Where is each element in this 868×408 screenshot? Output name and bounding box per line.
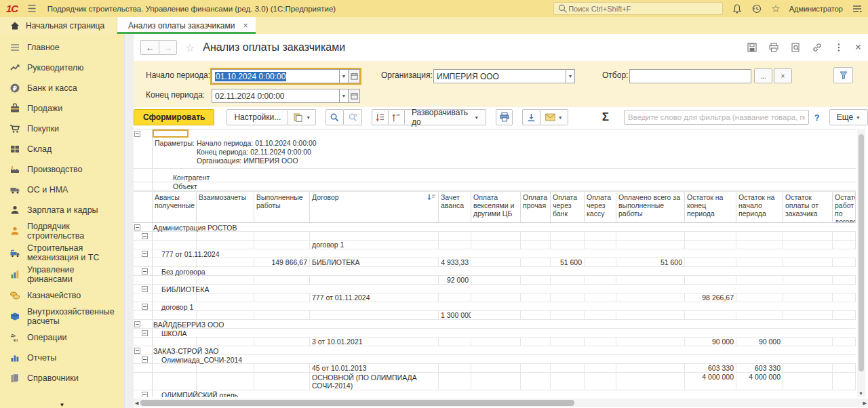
tab-home[interactable]: Начальная страница — [0, 17, 117, 34]
report-variants-button[interactable]: ▼ — [288, 109, 316, 125]
tree-collapse-icon[interactable] — [142, 233, 148, 239]
tree-collapse-icon[interactable] — [134, 321, 140, 327]
cell[interactable] — [310, 311, 439, 319]
cell[interactable] — [197, 258, 254, 266]
cell[interactable] — [736, 276, 783, 284]
global-search-input[interactable] — [568, 5, 714, 13]
cell[interactable] — [521, 311, 551, 319]
cell[interactable] — [783, 241, 833, 249]
cell[interactable]: 3 от 10.01.2021 — [310, 338, 439, 346]
group-row[interactable]: 777 от 01.11.2024 — [134, 249, 856, 258]
nav-back-button[interactable]: ← — [140, 40, 159, 55]
cell[interactable] — [197, 241, 254, 249]
column-header-4[interactable]: Договор — [310, 192, 439, 222]
sidebar-item-11[interactable]: Строительная механизация и ТС — [0, 242, 124, 264]
cell[interactable] — [471, 258, 521, 266]
organization-value[interactable]: ИМПЕРИЯ ООО — [437, 72, 499, 81]
selection-clear-button[interactable]: × — [774, 68, 792, 83]
cell[interactable] — [521, 232, 551, 240]
cell[interactable] — [585, 373, 616, 390]
send-email-button[interactable]: ▼ — [540, 109, 568, 125]
cell[interactable] — [736, 311, 783, 319]
cell[interactable] — [471, 311, 521, 319]
group-row[interactable]: Администрация РОСТОВ — [134, 223, 856, 232]
cell[interactable] — [736, 258, 783, 266]
column-header-11[interactable]: Остаток на конец периода — [685, 192, 736, 222]
print-icon[interactable] — [768, 42, 779, 53]
selection-field[interactable] — [629, 69, 751, 83]
group-row[interactable]: ОЛИМПИЙСКИЙ отель — [134, 390, 856, 397]
cell[interactable] — [685, 311, 736, 319]
close-window-icon[interactable]: × — [855, 41, 861, 54]
cell[interactable] — [833, 338, 856, 346]
cell[interactable] — [551, 311, 585, 319]
end-period-dropdown-icon[interactable]: ▼ — [339, 89, 349, 103]
horizontal-scrollbar[interactable]: ◀ ▶ — [134, 399, 868, 407]
column-header-10[interactable]: Оплачено всего за выполненные работы — [616, 192, 685, 222]
cell[interactable] — [783, 232, 833, 240]
save-icon[interactable] — [747, 42, 757, 53]
organization-field[interactable]: ИМПЕРИЯ ООО ▼ — [433, 69, 575, 83]
cell[interactable] — [685, 258, 736, 266]
cell[interactable] — [616, 241, 685, 249]
end-period-calendar-icon[interactable] — [349, 89, 360, 103]
column-header-14[interactable]: Остаток работ по договору — [833, 192, 856, 222]
cell[interactable] — [439, 338, 471, 346]
cell[interactable] — [616, 276, 685, 284]
cell[interactable] — [254, 311, 310, 319]
data-row[interactable] — [134, 232, 856, 241]
cell[interactable] — [833, 241, 856, 249]
cell[interactable] — [521, 373, 551, 390]
cell[interactable] — [685, 232, 736, 240]
tree-collapse-icon[interactable] — [134, 348, 140, 354]
print-button[interactable] — [496, 109, 513, 125]
data-row[interactable]: 149 866,67БИБЛИОТЕКА4 933,3351 60051 600 — [134, 258, 856, 267]
cell[interactable] — [254, 338, 310, 346]
data-row[interactable]: 92 000 — [134, 276, 856, 285]
sidebar-item-8[interactable]: ОС и НМА — [0, 180, 124, 200]
vertical-scrollbar[interactable]: ▼ — [857, 129, 865, 397]
sidebar-item-5[interactable]: Покупки — [0, 119, 124, 139]
group-row[interactable]: Без договора — [134, 267, 856, 276]
cell[interactable] — [197, 364, 254, 372]
group-row[interactable]: ВАЙЛДБЕРРИЗ ООО — [134, 320, 856, 329]
cell[interactable] — [521, 364, 551, 372]
column-header-8[interactable]: Оплата через банк — [551, 192, 585, 222]
cell[interactable] — [736, 293, 783, 302]
group-row[interactable]: ЗАКАЗ-СТРОЙ ЗАО — [134, 346, 856, 355]
sidebar-item-1[interactable]: Главное — [0, 37, 124, 58]
cell[interactable] — [521, 293, 551, 302]
cell[interactable] — [310, 276, 439, 284]
cell[interactable] — [616, 338, 685, 346]
cell[interactable]: ОСНОВНОЙ (ПО ОЛИМПИАДА СОЧИ-2014) — [310, 373, 439, 390]
cell[interactable] — [616, 373, 685, 390]
tab-analysis[interactable]: Анализ оплаты заказчиками × — [117, 17, 256, 34]
cell[interactable]: 98 266,67 — [685, 293, 736, 302]
cell[interactable] — [551, 232, 585, 240]
cell[interactable] — [254, 241, 310, 249]
data-row[interactable]: ОСНОВНОЙ (ПО ОЛИМПИАДА СОЧИ-2014)4 000 0… — [134, 373, 856, 390]
start-period-value[interactable]: 01.10.2024 0:00:00 — [215, 72, 286, 81]
sidebar-item-2[interactable]: Руководителю — [0, 58, 124, 78]
tree-collapse-icon[interactable] — [134, 224, 140, 230]
sidebar-item-7[interactable]: Производство — [0, 159, 124, 180]
column-header-5[interactable]: Зачет аванса — [439, 192, 471, 222]
cell[interactable]: БИБЛИОТЕКА — [310, 258, 439, 266]
tree-collapse-icon[interactable] — [142, 392, 148, 397]
cell[interactable] — [471, 241, 521, 249]
cell[interactable] — [585, 258, 616, 266]
cell[interactable] — [833, 258, 856, 266]
cell[interactable] — [783, 338, 833, 346]
tab-close-icon[interactable]: × — [243, 21, 248, 30]
data-row[interactable]: 777 от 01.11.202498 266,67 — [134, 293, 856, 302]
object-section-row[interactable]: Объект — [134, 182, 856, 191]
notifications-bell-icon[interactable] — [732, 3, 743, 14]
selected-cell[interactable] — [153, 129, 189, 138]
cell[interactable] — [197, 232, 254, 240]
cell[interactable] — [254, 373, 310, 390]
find-next-button[interactable] — [344, 109, 362, 125]
vertical-scrollbar-thumb[interactable] — [859, 134, 864, 371]
tree-collapse-icon[interactable] — [142, 251, 148, 257]
cell[interactable] — [783, 276, 833, 284]
expand-to-button[interactable]: Разворачивать до▼ — [405, 109, 486, 125]
